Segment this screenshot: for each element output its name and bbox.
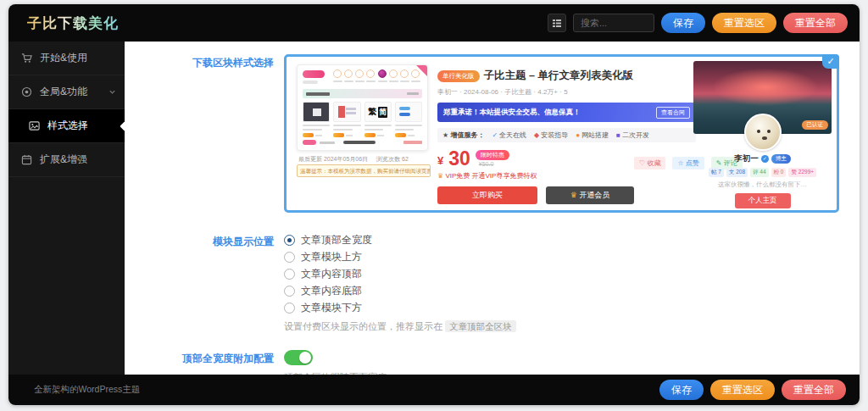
style-section: 下载区块样式选择 ✓	[125, 54, 860, 213]
app-footer: 全新架构的WordPress主题 保存 重置选区 重置全部	[8, 375, 860, 405]
style-option-card[interactable]: ✓	[284, 54, 839, 213]
reset-all-button[interactable]: 重置全部	[783, 13, 848, 33]
fullwidth-toggle[interactable]	[284, 350, 313, 365]
service-tag: 网站搭建	[576, 131, 609, 140]
author-home-button[interactable]: 个人主页	[735, 193, 791, 208]
selected-check-icon: ✓	[822, 54, 839, 69]
image-icon	[29, 120, 40, 131]
sidebar-item-label: 样式选择	[47, 119, 88, 133]
sidebar: 开始&使用 全局&功能 样式选择	[8, 42, 125, 375]
vip-line: VIP免费 开通VIP尊享免费特权	[437, 171, 696, 181]
author-stats: 帖 7 文 208 评 44 粉 0 赞 2299+	[693, 168, 832, 177]
screenshot-meta: 最后更新 2024年05月06日浏览次数 62	[298, 155, 409, 164]
theme-mini-screenshot: 繁 简	[297, 64, 428, 151]
jian-glyph: 简	[378, 107, 387, 118]
chevron-down-icon	[108, 88, 116, 96]
currency-symbol: ¥	[437, 154, 443, 167]
mini-footer-row	[303, 140, 422, 145]
mini-nav-icons	[333, 69, 420, 82]
style-section-label: 下载区块样式选择	[125, 54, 284, 70]
author-name: 李初一	[734, 153, 759, 164]
product-badge: 单行美化版	[437, 70, 480, 82]
footer-reset-section-button[interactable]: 重置选区	[710, 380, 775, 400]
toggle-section-label: 顶部全宽度附加配置	[125, 350, 284, 366]
radio-icon	[284, 286, 295, 297]
fan-glyph: 繁	[368, 106, 376, 118]
cart-icon	[21, 53, 32, 64]
promise-text: 郑重承诺！本站提供安全交易、信息保真！	[443, 108, 581, 118]
recommended-value-chip: 文章顶部全区块	[445, 320, 516, 332]
radio-icon	[284, 269, 295, 280]
sidebar-item-label: 全局&功能	[40, 85, 87, 99]
author-card: 已认证 李初一 ✓ 博主 帖 7 文 208 评 44 粉 0	[693, 61, 832, 208]
mini-logo	[303, 70, 325, 78]
stat-chip: 帖 7	[709, 168, 724, 177]
notice-bar: 温馨提示：本模板为演示数据，购买前请仔细阅读页面说明！	[297, 164, 431, 177]
app-window: 子比下载美化 保存 重置选区 重置全部 开始&使用	[8, 4, 860, 405]
mini-section-bar	[303, 89, 422, 98]
promise-banner: 郑重承诺！本站提供安全交易、信息保真！ 查看合同	[437, 103, 696, 122]
footer-reset-all-button[interactable]: 重置全部	[782, 380, 846, 400]
price-value: 30	[448, 149, 470, 169]
mini-corner-ribbon	[416, 65, 427, 76]
search-input[interactable]	[573, 14, 654, 32]
toggle-section: 顶部全宽度附加配置 顶部全区块跟随页面宽度	[125, 350, 860, 375]
services-row: 增值服务： 全天在线 安装指导 网站搭建 二次开发	[437, 128, 696, 142]
page-title: 子比下载美化	[27, 14, 119, 33]
position-section: 模块显示位置 文章顶部全宽度 文章模块上方 文章内容顶部 文章内容底部	[125, 233, 860, 333]
radio-option-above-module[interactable]: 文章模块上方	[284, 250, 860, 264]
radio-icon	[284, 252, 295, 263]
sidebar-item-label: 开始&使用	[40, 51, 87, 65]
footer-text: 全新架构的WordPress主题	[34, 384, 140, 396]
radio-checked-icon	[284, 235, 295, 246]
radio-icon	[284, 303, 295, 314]
sidebar-item-label: 扩展&增强	[40, 153, 87, 167]
mini-article-cards: 繁 简	[303, 102, 422, 137]
product-title: 子比主题 – 单行文章列表美化版	[484, 69, 633, 83]
contract-button[interactable]: 查看合同	[656, 107, 690, 119]
reset-section-button[interactable]: 重置选区	[712, 13, 776, 33]
sidebar-item-global[interactable]: 全局&功能	[8, 75, 125, 109]
position-helper-text: 设置付费区块显示的位置，推荐显示在 文章顶部全区块	[284, 320, 860, 333]
mini-logo-sub	[303, 81, 318, 84]
price-badge: 限时特惠	[476, 150, 509, 160]
stat-chip: 文 208	[726, 168, 748, 177]
service-tag: 安装指导	[534, 131, 568, 140]
sidebar-item-style[interactable]: 样式选择	[8, 109, 125, 143]
radio-option-content-top[interactable]: 文章内容顶部	[284, 267, 860, 280]
buy-now-button[interactable]: 立即购买	[437, 186, 537, 204]
favorite-tag[interactable]: 收藏	[634, 157, 665, 169]
list-icon	[552, 18, 562, 28]
stat-chip: 评 44	[750, 168, 769, 177]
author-signature: 这家伙很懒，什么都没有留下…	[693, 181, 832, 189]
sidebar-item-extend[interactable]: 扩展&增强	[8, 143, 125, 177]
radio-option-below-module[interactable]: 文章模块下方	[284, 301, 860, 314]
sidebar-item-start[interactable]: 开始&使用	[8, 42, 125, 75]
toggle-knob	[299, 352, 311, 364]
globe-icon	[21, 86, 32, 97]
service-tag: 全天在线	[492, 131, 526, 140]
verified-check-icon: ✓	[761, 155, 769, 163]
author-avatar[interactable]	[744, 114, 782, 151]
service-tag: 二次开发	[616, 131, 649, 140]
open-member-button[interactable]: 开通会员	[546, 186, 634, 204]
app-header: 子比下载美化 保存 重置选区 重置全部	[8, 4, 860, 42]
save-button[interactable]: 保存	[661, 13, 705, 33]
footer-save-button[interactable]: 保存	[659, 380, 704, 400]
author-role-badge: 博主	[771, 154, 791, 164]
header-actions: 保存 重置选区 重置全部	[548, 13, 848, 33]
radio-option-content-bottom[interactable]: 文章内容底部	[284, 284, 860, 297]
services-label: 增值服务：	[442, 131, 484, 140]
calendar-icon	[21, 154, 32, 165]
menu-toggle-button[interactable]	[548, 14, 566, 32]
original-price: ¥50.0	[476, 161, 509, 167]
radio-option-top-fullwidth[interactable]: 文章顶部全宽度	[284, 233, 860, 247]
stat-chip: 粉 0	[771, 168, 787, 177]
position-section-label: 模块显示位置	[125, 233, 284, 249]
verified-cover-badge: 已认证	[802, 120, 829, 130]
product-meta: 李初一 · 2024-08-06 · 子比主题 · 4.2万+ · 5	[437, 87, 696, 97]
product-info: 单行美化版 子比主题 – 单行文章列表美化版 李初一 · 2024-08-06 …	[437, 69, 696, 204]
stat-chip: 赞 2299+	[788, 168, 816, 177]
main-content: 下载区块样式选择 ✓	[125, 42, 860, 375]
